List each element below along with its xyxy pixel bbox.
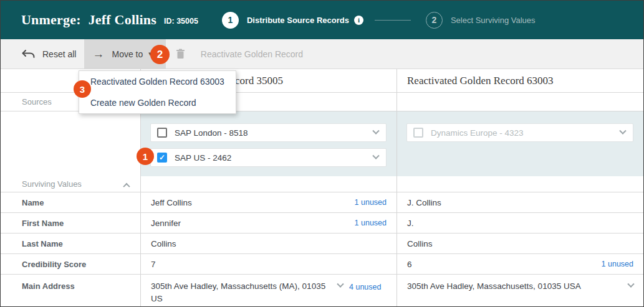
callout-badge-2: 2 — [150, 45, 170, 64]
chevron-down-icon[interactable] — [337, 281, 344, 288]
info-icon[interactable]: i — [354, 16, 363, 25]
value-text: 6 — [407, 260, 595, 269]
unused-values-link[interactable]: 1 unused — [602, 260, 633, 268]
chevron-down-icon[interactable] — [372, 128, 379, 135]
page-title-prefix: Unmerge: — [21, 12, 81, 27]
callout-badge-3: 3 — [74, 80, 91, 98]
trash-icon — [176, 39, 185, 68]
sources-header-spacer-right — [396, 93, 643, 111]
reactivated-record-column-header: Reactivated Golden Record 63003 — [396, 69, 643, 93]
reactivated-value-name: J. Collins — [396, 192, 643, 213]
source-card-sap-london[interactable]: SAP London - 8518 — [150, 123, 387, 142]
menu-item-create-new-golden-record[interactable]: Create new Golden Record — [79, 92, 236, 113]
source-label: SAP US - 2462 — [175, 153, 373, 163]
attribute-label-credibility-score: Credibility Score — [1, 254, 140, 275]
surviving-values-text: Surviving Values — [22, 179, 82, 189]
source-label: Dynamics Europe - 4323 — [431, 128, 620, 138]
attribute-label-last-name: Last Name — [1, 234, 140, 254]
golden-value-first-name: Jennifer 1 unused — [140, 213, 396, 234]
reset-all-label: Reset all — [42, 49, 76, 59]
golden-value-last-name: Collins — [140, 234, 396, 254]
step-1-circle: 1 — [222, 12, 239, 29]
chevron-down-icon — [619, 128, 626, 135]
chevron-up-icon[interactable] — [123, 183, 130, 190]
value-text: 305th Ave Hadley, Massachusetts, 01035 U… — [407, 280, 628, 293]
page-title: Unmerge:Jeff Collins — [21, 12, 156, 28]
unmerge-window: Unmerge:Jeff Collins ID: 35005 1 Distrib… — [0, 0, 644, 307]
step-connector-line — [375, 20, 411, 21]
move-to-dropdown-menu: Reactivated Golden Record 63003 Create n… — [79, 70, 236, 114]
source-card-dynamics-europe: Dynamics Europe - 4323 — [406, 123, 633, 142]
attribute-label-main-address: Main Address — [1, 275, 140, 307]
move-arrow-icon: → — [92, 47, 104, 61]
move-to-label: Move to — [112, 49, 143, 59]
golden-value-main-address: 305th Ave Hadley, Massachusetts (MA), 01… — [140, 275, 396, 307]
unused-values-link[interactable]: 1 unused — [355, 198, 387, 207]
reactivated-value-first-name: J. — [396, 213, 643, 234]
step-2-label: Select Surviving Values — [451, 16, 536, 25]
reactivated-sources-area: Dynamics Europe - 4323 — [396, 111, 643, 176]
source-label: SAP London - 8518 — [175, 128, 373, 138]
surviving-spacer-left — [140, 176, 396, 192]
reactivate-golden-record-button[interactable]: Reactivate Golden Record — [195, 39, 303, 68]
undo-icon — [22, 50, 36, 59]
unused-values-link[interactable]: 1 unused — [355, 219, 387, 227]
reset-all-button[interactable]: Reset all — [1, 39, 76, 68]
checkbox-unchecked-icon[interactable] — [157, 128, 167, 138]
golden-value-name: Jeff Collins 1 unused — [140, 192, 396, 213]
sources-row-label-spacer — [1, 111, 140, 176]
surviving-spacer-right — [396, 176, 643, 192]
checkbox-disabled-icon — [413, 128, 423, 138]
record-id: ID: 35005 — [164, 17, 198, 26]
value-text: J. Collins — [407, 198, 633, 207]
attribute-label-first-name: First Name — [1, 213, 140, 234]
toolbar: Reset all → Move to ▾ Reactivate Golden … — [1, 39, 643, 69]
value-text: 305th Ave Hadley, Massachusetts (MA), 01… — [151, 280, 338, 305]
value-text: Jennifer — [151, 219, 348, 228]
checkbox-checked-icon[interactable]: ✓ — [157, 153, 167, 163]
value-text: J. — [407, 219, 633, 228]
chevron-down-icon[interactable] — [627, 281, 634, 288]
value-text: Jeff Collins — [151, 198, 348, 207]
reactivated-value-main-address: 305th Ave Hadley, Massachusetts, 01035 U… — [396, 275, 643, 307]
surviving-values-section-label[interactable]: Surviving Values — [1, 176, 140, 192]
reactivated-value-last-name: Collins — [396, 234, 643, 254]
value-text: 7 — [151, 260, 387, 269]
step-2-circle: 2 — [426, 12, 443, 29]
source-card-sap-us[interactable]: ✓ SAP US - 2462 — [150, 148, 387, 167]
menu-item-reactivated-golden-record[interactable]: Reactivated Golden Record 63003 — [79, 71, 236, 92]
attribute-label-name: Name — [1, 192, 140, 213]
golden-value-credibility-score: 7 — [140, 254, 396, 275]
reactivated-value-credibility-score: 6 1 unused — [396, 254, 643, 275]
golden-sources-area: SAP London - 8518 ✓ SAP US - 2462 — [140, 111, 396, 176]
step-1-label: Distribute Source Records — [247, 16, 349, 25]
value-text: Collins — [151, 239, 387, 248]
header-bar: Unmerge:Jeff Collins ID: 35005 1 Distrib… — [1, 1, 643, 39]
wizard-stepper: 1 Distribute Source Records i 2 Select S… — [222, 12, 536, 29]
callout-badge-1: 1 — [137, 148, 154, 165]
unused-values-link[interactable]: 4 unused — [349, 281, 381, 293]
reactivate-label: Reactivate Golden Record — [201, 49, 303, 59]
record-name: Jeff Collins — [89, 12, 156, 27]
value-text: Collins — [407, 239, 633, 248]
chevron-down-icon[interactable] — [372, 153, 379, 159]
